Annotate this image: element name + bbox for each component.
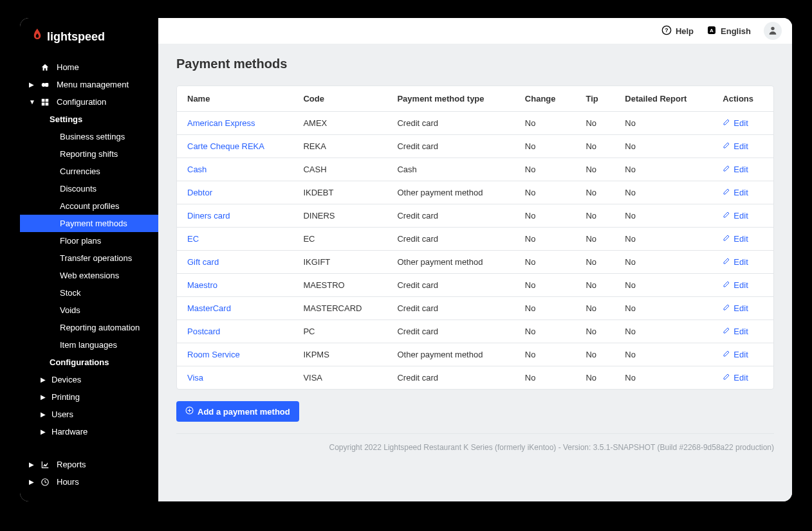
nav-configuration[interactable]: ▼ Configuration bbox=[20, 93, 158, 111]
payment-method-link[interactable]: Room Service bbox=[187, 350, 240, 359]
edit-icon bbox=[723, 118, 730, 128]
help-label: Help bbox=[676, 26, 694, 36]
cell-type: Other payment method bbox=[387, 181, 514, 204]
payment-method-link[interactable]: Visa bbox=[187, 373, 203, 382]
cell-code: IKPMS bbox=[293, 343, 387, 366]
cell-change: No bbox=[515, 366, 576, 390]
sidebar-item-web-extensions[interactable]: Web extensions bbox=[20, 267, 158, 284]
nav-menu-management[interactable]: ▶ Menu management bbox=[20, 76, 158, 93]
cell-type: Credit card bbox=[387, 320, 514, 343]
edit-button[interactable]: Edit bbox=[723, 211, 748, 221]
menu-icon bbox=[40, 80, 50, 89]
nav-devices[interactable]: ▶ Devices bbox=[20, 371, 158, 388]
language-button[interactable]: A English bbox=[706, 25, 751, 37]
nav-home[interactable]: Home bbox=[20, 59, 158, 76]
cell-code: CASH bbox=[293, 158, 387, 181]
sidebar-item-item-languages[interactable]: Item languages bbox=[20, 336, 158, 354]
payment-method-link[interactable]: Postcard bbox=[187, 327, 220, 336]
nav-hours[interactable]: ▶ Hours bbox=[20, 473, 158, 491]
cell-change: No bbox=[515, 320, 576, 343]
table-row: MasterCard MASTERCARD Credit card No No … bbox=[177, 297, 773, 320]
payment-method-link[interactable]: Gift card bbox=[187, 257, 219, 267]
payment-method-link[interactable]: American Express bbox=[187, 118, 255, 128]
add-button-label: Add a payment method bbox=[198, 407, 290, 417]
payment-method-link[interactable]: EC bbox=[187, 234, 199, 244]
edit-button[interactable]: Edit bbox=[723, 234, 748, 244]
add-payment-method-button[interactable]: Add a payment method bbox=[176, 401, 299, 422]
col-actions: Actions bbox=[712, 86, 773, 112]
nav-printing[interactable]: ▶ Printing bbox=[20, 388, 158, 406]
sidebar-item-voids[interactable]: Voids bbox=[20, 302, 158, 319]
nav-label: Users bbox=[51, 410, 151, 419]
sidebar-item-account-profiles[interactable]: Account profiles bbox=[20, 197, 158, 215]
edit-button[interactable]: Edit bbox=[723, 141, 748, 151]
edit-icon bbox=[723, 257, 730, 267]
cell-type: Credit card bbox=[387, 297, 514, 320]
edit-button[interactable]: Edit bbox=[723, 118, 748, 128]
edit-button[interactable]: Edit bbox=[723, 280, 748, 290]
cell-code: MASTERCARD bbox=[293, 297, 387, 320]
cell-type: Credit card bbox=[387, 135, 514, 158]
cell-type: Cash bbox=[387, 158, 514, 181]
sidebar-item-business-settings[interactable]: Business settings bbox=[20, 128, 158, 145]
avatar[interactable] bbox=[764, 22, 782, 40]
edit-icon bbox=[723, 303, 730, 313]
sidebar-item-label: Currencies bbox=[60, 166, 151, 176]
sidebar-item-discounts[interactable]: Discounts bbox=[20, 180, 158, 197]
nav-reports[interactable]: ▶ Reports bbox=[20, 456, 158, 473]
nav-label: Printing bbox=[51, 392, 151, 402]
plus-icon bbox=[185, 406, 194, 417]
nav-label: Reports bbox=[57, 460, 151, 469]
cell-change: No bbox=[515, 228, 576, 251]
sidebar-item-floor-plans[interactable]: Floor plans bbox=[20, 232, 158, 249]
language-icon: A bbox=[706, 25, 717, 37]
edit-button[interactable]: Edit bbox=[723, 303, 748, 313]
sidebar-item-reporting-automation[interactable]: Reporting automation bbox=[20, 319, 158, 336]
help-button[interactable]: ? Help bbox=[661, 25, 694, 37]
edit-button[interactable]: Edit bbox=[723, 188, 748, 197]
edit-label: Edit bbox=[734, 327, 748, 336]
nav-users[interactable]: ▶ Users bbox=[20, 406, 158, 423]
sidebar-item-transfer-operations[interactable]: Transfer operations bbox=[20, 249, 158, 267]
edit-button[interactable]: Edit bbox=[723, 350, 748, 359]
payment-method-link[interactable]: Carte Cheque REKA bbox=[187, 141, 264, 151]
sidebar-item-label: Payment methods bbox=[60, 219, 151, 228]
caret-right-icon: ▶ bbox=[29, 81, 33, 88]
edit-icon bbox=[723, 280, 730, 290]
sidebar-item-currencies[interactable]: Currencies bbox=[20, 163, 158, 180]
edit-button[interactable]: Edit bbox=[723, 165, 748, 174]
table-row: Room Service IKPMS Other payment method … bbox=[177, 343, 773, 366]
payment-method-link[interactable]: Debtor bbox=[187, 188, 212, 197]
edit-label: Edit bbox=[734, 373, 748, 382]
cell-type: Credit card bbox=[387, 204, 514, 228]
cell-code: MAESTRO bbox=[293, 274, 387, 297]
sidebar-item-payment-methods[interactable]: Payment methods bbox=[20, 215, 158, 232]
cell-code: AMEX bbox=[293, 112, 387, 135]
caret-right-icon: ▶ bbox=[41, 376, 45, 383]
sidebar: lightspeed Home ▶ Menu management ▼ bbox=[20, 18, 158, 501]
edit-button[interactable]: Edit bbox=[723, 257, 748, 267]
payment-method-link[interactable]: Diners card bbox=[187, 211, 230, 221]
nav-hardware[interactable]: ▶ Hardware bbox=[20, 423, 158, 440]
edit-button[interactable]: Edit bbox=[723, 373, 748, 382]
sidebar-item-reporting-shifts[interactable]: Reporting shifts bbox=[20, 145, 158, 163]
caret-right-icon: ▶ bbox=[29, 461, 33, 468]
caret-right-icon: ▶ bbox=[29, 478, 33, 485]
cell-type: Credit card bbox=[387, 366, 514, 390]
cell-change: No bbox=[515, 251, 576, 274]
caret-right-icon: ▶ bbox=[41, 428, 45, 435]
edit-label: Edit bbox=[734, 280, 748, 290]
payment-method-link[interactable]: MasterCard bbox=[187, 303, 231, 313]
cell-code: PC bbox=[293, 320, 387, 343]
table-row: Gift card IKGIFT Other payment method No… bbox=[177, 251, 773, 274]
table-row: Diners card DINERS Credit card No No No … bbox=[177, 204, 773, 228]
nav-settings[interactable]: Settings bbox=[20, 111, 158, 128]
edit-button[interactable]: Edit bbox=[723, 327, 748, 336]
cell-detailed: No bbox=[614, 297, 712, 320]
nav-configurations[interactable]: Configurations bbox=[20, 354, 158, 371]
main: ? Help A English Payment methods bbox=[158, 18, 792, 501]
cell-code: VISA bbox=[293, 366, 387, 390]
payment-method-link[interactable]: Cash bbox=[187, 165, 207, 174]
payment-method-link[interactable]: Maestro bbox=[187, 280, 217, 290]
sidebar-item-stock[interactable]: Stock bbox=[20, 284, 158, 302]
